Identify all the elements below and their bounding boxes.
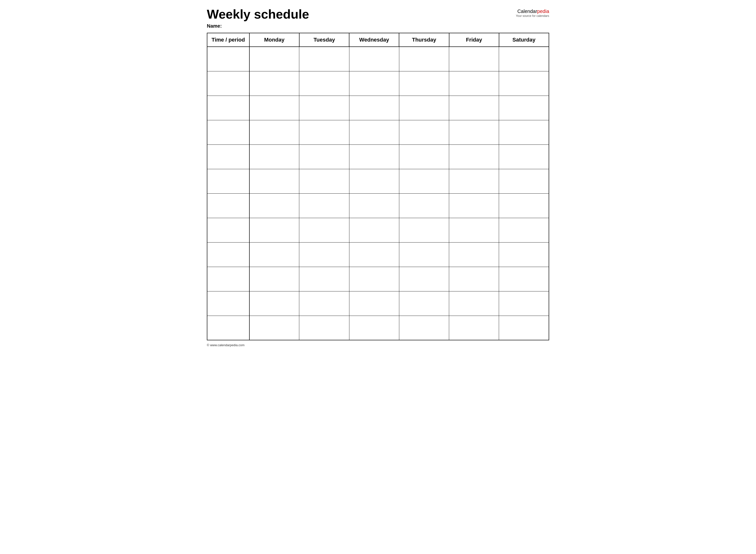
cell-monday-row5[interactable]	[250, 169, 299, 193]
table-row	[207, 96, 549, 120]
cell-thursday-row9[interactable]	[399, 267, 449, 291]
table-row	[207, 47, 549, 71]
cell-friday-row10[interactable]	[449, 291, 499, 316]
time-cell[interactable]	[207, 145, 250, 169]
cell-friday-row3[interactable]	[449, 120, 499, 145]
cell-friday-row8[interactable]	[449, 242, 499, 267]
cell-wednesday-row3[interactable]	[349, 120, 399, 145]
cell-thursday-row4[interactable]	[399, 145, 449, 169]
cell-thursday-row11[interactable]	[399, 316, 449, 340]
cell-monday-row11[interactable]	[250, 316, 299, 340]
cell-thursday-row6[interactable]	[399, 193, 449, 218]
cell-tuesday-row8[interactable]	[299, 242, 349, 267]
cell-monday-row0[interactable]	[250, 47, 299, 71]
cell-thursday-row0[interactable]	[399, 47, 449, 71]
cell-thursday-row7[interactable]	[399, 218, 449, 242]
cell-wednesday-row5[interactable]	[349, 169, 399, 193]
cell-wednesday-row4[interactable]	[349, 145, 399, 169]
cell-monday-row1[interactable]	[250, 71, 299, 96]
cell-wednesday-row6[interactable]	[349, 193, 399, 218]
time-cell[interactable]	[207, 96, 250, 120]
cell-tuesday-row3[interactable]	[299, 120, 349, 145]
cell-wednesday-row7[interactable]	[349, 218, 399, 242]
cell-saturday-row8[interactable]	[499, 242, 549, 267]
table-row	[207, 291, 549, 316]
time-cell[interactable]	[207, 242, 250, 267]
table-row	[207, 71, 549, 96]
cell-saturday-row6[interactable]	[499, 193, 549, 218]
col-header-saturday: Saturday	[499, 33, 549, 47]
cell-monday-row7[interactable]	[250, 218, 299, 242]
cell-thursday-row3[interactable]	[399, 120, 449, 145]
cell-friday-row4[interactable]	[449, 145, 499, 169]
cell-wednesday-row11[interactable]	[349, 316, 399, 340]
time-cell[interactable]	[207, 47, 250, 71]
cell-saturday-row3[interactable]	[499, 120, 549, 145]
cell-monday-row4[interactable]	[250, 145, 299, 169]
time-cell[interactable]	[207, 120, 250, 145]
cell-saturday-row9[interactable]	[499, 267, 549, 291]
cell-tuesday-row0[interactable]	[299, 47, 349, 71]
cell-thursday-row1[interactable]	[399, 71, 449, 96]
cell-friday-row7[interactable]	[449, 218, 499, 242]
cell-tuesday-row6[interactable]	[299, 193, 349, 218]
time-cell[interactable]	[207, 267, 250, 291]
cell-friday-row9[interactable]	[449, 267, 499, 291]
cell-tuesday-row5[interactable]	[299, 169, 349, 193]
cell-friday-row2[interactable]	[449, 96, 499, 120]
cell-friday-row6[interactable]	[449, 193, 499, 218]
cell-tuesday-row1[interactable]	[299, 71, 349, 96]
table-row	[207, 316, 549, 340]
cell-thursday-row2[interactable]	[399, 96, 449, 120]
table-row	[207, 145, 549, 169]
cell-wednesday-row1[interactable]	[349, 71, 399, 96]
footer: © www.calendarpedia.com	[207, 343, 549, 347]
table-row	[207, 267, 549, 291]
time-cell[interactable]	[207, 193, 250, 218]
cell-tuesday-row2[interactable]	[299, 96, 349, 120]
cell-monday-row9[interactable]	[250, 267, 299, 291]
cell-friday-row1[interactable]	[449, 71, 499, 96]
cell-saturday-row1[interactable]	[499, 71, 549, 96]
cell-friday-row5[interactable]	[449, 169, 499, 193]
cell-tuesday-row10[interactable]	[299, 291, 349, 316]
time-cell[interactable]	[207, 169, 250, 193]
cell-monday-row3[interactable]	[250, 120, 299, 145]
cell-monday-row2[interactable]	[250, 96, 299, 120]
schedule-table: Time / period Monday Tuesday Wednesday T…	[207, 33, 549, 340]
logo-tagline: Your source for calendars	[516, 14, 549, 17]
cell-wednesday-row8[interactable]	[349, 242, 399, 267]
cell-saturday-row4[interactable]	[499, 145, 549, 169]
cell-thursday-row8[interactable]	[399, 242, 449, 267]
logo-calendar: Calendar	[518, 9, 537, 14]
cell-saturday-row0[interactable]	[499, 47, 549, 71]
cell-tuesday-row11[interactable]	[299, 316, 349, 340]
page-title: Weekly schedule	[207, 7, 309, 21]
time-cell[interactable]	[207, 291, 250, 316]
cell-friday-row0[interactable]	[449, 47, 499, 71]
time-cell[interactable]	[207, 218, 250, 242]
cell-monday-row10[interactable]	[250, 291, 299, 316]
cell-tuesday-row9[interactable]	[299, 267, 349, 291]
cell-friday-row11[interactable]	[449, 316, 499, 340]
cell-thursday-row5[interactable]	[399, 169, 449, 193]
cell-tuesday-row4[interactable]	[299, 145, 349, 169]
cell-wednesday-row9[interactable]	[349, 267, 399, 291]
cell-monday-row6[interactable]	[250, 193, 299, 218]
cell-wednesday-row10[interactable]	[349, 291, 399, 316]
cell-saturday-row2[interactable]	[499, 96, 549, 120]
name-label: Name:	[207, 23, 222, 29]
col-header-thursday: Thursday	[399, 33, 449, 47]
cell-wednesday-row2[interactable]	[349, 96, 399, 120]
cell-saturday-row10[interactable]	[499, 291, 549, 316]
time-cell[interactable]	[207, 316, 250, 340]
time-cell[interactable]	[207, 71, 250, 96]
cell-saturday-row11[interactable]	[499, 316, 549, 340]
cell-thursday-row10[interactable]	[399, 291, 449, 316]
cell-monday-row8[interactable]	[250, 242, 299, 267]
cell-wednesday-row0[interactable]	[349, 47, 399, 71]
cell-saturday-row5[interactable]	[499, 169, 549, 193]
cell-saturday-row7[interactable]	[499, 218, 549, 242]
cell-tuesday-row7[interactable]	[299, 218, 349, 242]
header-row: Weekly schedule Calendarpedia Your sourc…	[207, 7, 549, 21]
